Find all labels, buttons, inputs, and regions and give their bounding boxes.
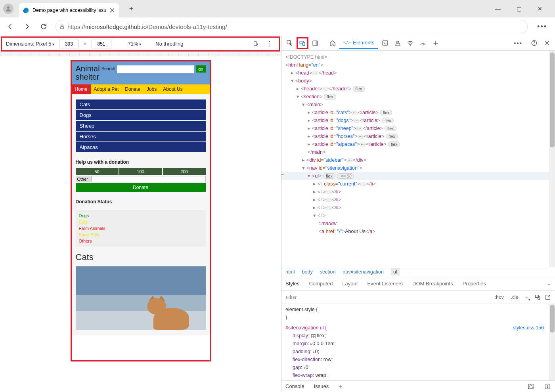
nav-about[interactable]: About Us	[160, 84, 186, 94]
css-scrollbar[interactable]	[549, 304, 555, 380]
crumb-current[interactable]: ul	[391, 268, 400, 275]
lock-icon	[59, 24, 65, 30]
height-input[interactable]	[92, 40, 111, 48]
help-icon[interactable]	[528, 37, 540, 49]
dock-icon[interactable]	[309, 37, 321, 49]
tab-title: Demo page with accessibility issu	[33, 8, 106, 13]
elements-breadcrumb[interactable]: html body section nav#sitenavigation ul	[281, 267, 555, 277]
svg-rect-8	[316, 41, 318, 46]
dom-tree[interactable]: <!DOCTYPE html> <html lang="en"> ▸<head>…	[281, 51, 555, 267]
throttling-dropdown[interactable]: No throttling	[155, 41, 183, 47]
list-item[interactable]: Alpacas	[76, 142, 206, 152]
dimension-separator: ×	[84, 41, 87, 47]
list-item[interactable]: Dogs	[76, 110, 206, 120]
donate-100[interactable]: 100	[119, 168, 162, 175]
device-icon[interactable]	[534, 294, 541, 300]
nav-jobs[interactable]: Jobs	[144, 84, 160, 94]
crumb[interactable]: body	[302, 269, 313, 275]
properties-tab[interactable]: Properties	[463, 281, 486, 287]
listeners-tab[interactable]: Event Listeners	[367, 281, 403, 287]
donate-50[interactable]: 50	[76, 168, 119, 175]
width-input[interactable]	[59, 40, 79, 48]
cat-image	[76, 266, 206, 330]
close-window-button[interactable]: ✕	[534, 2, 546, 15]
page-header: Animalshelter Search go	[72, 61, 210, 84]
edge-icon	[23, 7, 29, 13]
nav-donate[interactable]: Donate	[122, 84, 144, 94]
drawer-toggle-icon[interactable]	[544, 383, 551, 390]
devtools-tabbar: </>Elements •••	[281, 36, 555, 51]
css-pane[interactable]: element.style { } #sitenavigation ul {st…	[281, 304, 555, 380]
add-tab-icon[interactable]	[430, 37, 442, 49]
css-source-link[interactable]: styles.css:156	[513, 324, 544, 332]
nav-bar: https://microsoftedge.github.io/Demos/de…	[0, 17, 555, 36]
forward-button[interactable]	[20, 19, 34, 34]
elements-tab[interactable]: </>Elements	[339, 37, 378, 49]
window-controls: — ▢ ✕	[486, 2, 552, 15]
donation-heading: Help us with a donation	[76, 159, 206, 165]
popout-icon[interactable]	[545, 294, 551, 300]
nav-home[interactable]: Home	[72, 84, 91, 94]
browser-tab[interactable]: Demo page with accessibility issu	[19, 3, 119, 17]
new-style-icon[interactable]: +▾	[524, 293, 530, 302]
back-button[interactable]	[3, 19, 17, 34]
maximize-button[interactable]: ▢	[513, 2, 526, 15]
device-toolbar-more[interactable]: ⋮	[264, 40, 275, 48]
nav-adopt[interactable]: Adopt a Pet	[91, 84, 122, 94]
other-amount-input[interactable]	[91, 176, 205, 182]
close-icon[interactable]	[109, 8, 115, 13]
emulated-viewport: Animalshelter Search go Home Adopt a Pet…	[71, 60, 211, 361]
status-heading: Donation Status	[76, 199, 206, 205]
profile-button[interactable]	[3, 4, 13, 14]
dimensions-dropdown[interactable]: Dimensions: Pixel 5	[6, 41, 54, 47]
device-toggle-icon[interactable]	[297, 37, 308, 49]
rotate-icon[interactable]	[252, 40, 259, 48]
crumb[interactable]: html	[285, 269, 295, 275]
close-devtools-icon[interactable]	[541, 37, 553, 49]
status-item: Dogs	[79, 213, 203, 218]
crumb[interactable]: section	[320, 269, 336, 275]
dom-scrollbar[interactable]	[549, 51, 555, 267]
crumb[interactable]: nav#sitenavigation	[343, 269, 384, 275]
welcome-icon[interactable]	[327, 37, 339, 49]
performance-tab-icon[interactable]	[417, 37, 429, 49]
svg-point-0	[7, 6, 10, 9]
devtools-drawer: Console Issues +	[281, 380, 555, 392]
add-drawer-tab[interactable]: +	[338, 382, 342, 390]
issues-drawer-tab[interactable]: Issues	[314, 383, 329, 389]
list-item[interactable]: Sheep	[76, 121, 206, 131]
donate-200[interactable]: 200	[163, 168, 206, 175]
chevron-down-icon[interactable]: ⌄	[547, 281, 551, 287]
minimize-button[interactable]: —	[491, 2, 505, 15]
hov-button[interactable]: :hov	[493, 294, 505, 301]
styles-tab[interactable]: Styles	[285, 281, 299, 287]
url-text: https://microsoftedge.github.io/Demos/de…	[67, 23, 227, 30]
sources-tab-icon[interactable]	[392, 37, 404, 49]
go-button[interactable]: go	[196, 65, 205, 73]
dom-breakpoints-tab[interactable]: DOM Breakpoints	[412, 281, 453, 287]
styles-tabbar: Styles Computed Layout Event Listeners D…	[281, 277, 555, 291]
console-tab-icon[interactable]	[379, 37, 391, 49]
svg-rect-3	[254, 41, 256, 46]
styles-filter-input[interactable]	[281, 291, 489, 304]
browser-menu-button[interactable]: •••	[532, 21, 552, 33]
svg-rect-2	[61, 26, 64, 29]
layout-tab[interactable]: Layout	[342, 281, 358, 287]
network-tab-icon[interactable]	[404, 37, 416, 49]
donate-button[interactable]: Donate	[76, 183, 206, 192]
search-input[interactable]	[117, 65, 195, 73]
new-tab-button[interactable]: +	[125, 3, 137, 15]
list-item[interactable]: Cats	[76, 99, 206, 109]
zoom-dropdown[interactable]: 71%	[128, 41, 142, 47]
console-drawer-tab[interactable]: Console	[285, 383, 304, 389]
cls-button[interactable]: .cls	[509, 294, 520, 301]
list-item[interactable]: Horses	[76, 132, 206, 142]
computed-tab[interactable]: Computed	[309, 281, 333, 287]
errors-icon[interactable]	[527, 383, 534, 390]
search-label: Search	[101, 66, 115, 71]
devtools-more[interactable]: •••	[509, 38, 527, 48]
refresh-button[interactable]	[36, 19, 51, 34]
address-bar[interactable]: https://microsoftedge.github.io/Demos/de…	[56, 20, 528, 33]
inspect-icon[interactable]	[284, 37, 296, 49]
svg-point-11	[410, 45, 411, 46]
